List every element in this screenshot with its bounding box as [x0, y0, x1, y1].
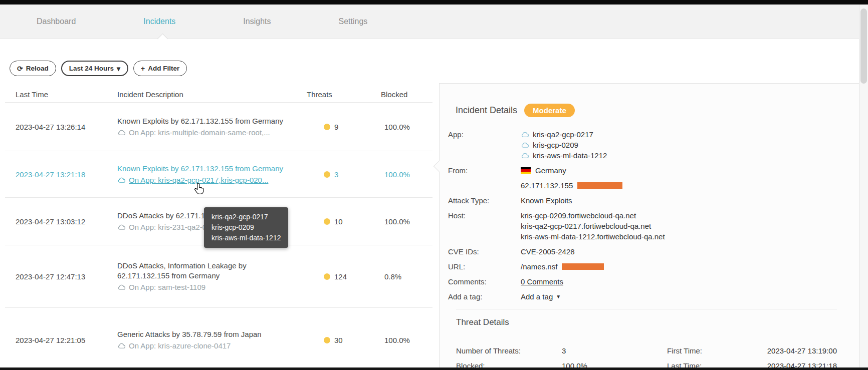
blocked-percent: 100.0% [381, 336, 432, 344]
incident-description: Known Exploits by 62.171.132.155 from Ge… [117, 116, 307, 138]
add-tag-label: Add a tag [521, 291, 553, 302]
threats-cell: 10 [307, 217, 381, 226]
field-label-comments: Comments: [448, 276, 521, 287]
field-label-attack-type: Attack Type: [448, 195, 521, 206]
incident-app-text: On App: kris-231-qa2-0... [129, 222, 213, 232]
incident-app-text: On App: kris-azure-clone-0417 [129, 341, 231, 351]
plus-icon: + [141, 65, 145, 72]
flag-germany-icon [521, 167, 531, 174]
table-row[interactable]: 2023-04-27 13:26:14 Known Exploits by 62… [5, 103, 432, 151]
field-source-ip: 62.171.132.155 [448, 180, 837, 191]
tab-insights[interactable]: Insights [243, 17, 271, 26]
cloud-icon [521, 132, 529, 138]
dropdown-caret-icon: ▼ [556, 291, 561, 302]
details-fields: App: kris-qa2-gcp-0217 kris-gcp-0209 kri… [440, 129, 859, 302]
attack-type-value: Known Exploits [521, 195, 572, 206]
incident-time: 2023-04-27 12:21:05 [5, 336, 117, 344]
threats-cell: 124 [307, 272, 381, 281]
section-divider [456, 309, 837, 309]
cloud-icon [117, 343, 126, 349]
incident-app-link[interactable]: On App: kris-azure-clone-0417 [117, 341, 295, 351]
field-comments: Comments: 0 Comments [448, 276, 837, 287]
scrollbar-thumb[interactable] [860, 9, 867, 84]
field-label-app: App: [448, 129, 521, 161]
field-label-empty [448, 180, 521, 191]
threat-dot [324, 273, 330, 280]
incidents-table-header: Last Time Incident Description Threats B… [5, 86, 432, 103]
incident-description-text: Generic Attacks by 35.78.79.59 from Japa… [117, 329, 295, 339]
source-ip: 62.171.132.155 [521, 181, 573, 190]
field-url: URL: /names.nsf [448, 261, 837, 272]
app-item[interactable]: kris-qa2-gcp-0217 [521, 129, 607, 140]
value-first-time: 2023-04-27 13:19:00 [702, 345, 837, 356]
bottom-chrome-bar [0, 367, 868, 370]
threat-count: 124 [334, 272, 347, 281]
reload-button[interactable]: ⟳ Reload [10, 61, 56, 76]
blocked-percent: 100.0% [381, 217, 432, 226]
add-filter-label: Add Filter [148, 65, 179, 72]
table-row[interactable]: 2023-04-27 12:47:13 DDoS Attacks, Inform… [5, 245, 432, 308]
url-value: /names.nsf [521, 262, 557, 271]
incident-app-text: On App: kris-multiple-domain-same-root,.… [129, 128, 270, 138]
time-range-dropdown[interactable]: Last 24 Hours ▾ [61, 61, 128, 76]
field-label-host: Host: [448, 210, 521, 242]
threats-cell: 30 [307, 336, 381, 344]
threats-cell: 3 [307, 170, 381, 179]
incident-time: 2023-04-27 13:21:18 [5, 170, 117, 179]
reload-icon: ⟳ [17, 65, 23, 72]
table-row-selected[interactable]: 2023-04-27 13:21:18 Known Exploits by 62… [5, 151, 432, 198]
tab-dashboard[interactable]: Dashboard [37, 17, 76, 26]
threat-dot [324, 171, 330, 178]
comments-link[interactable]: 0 Comments [521, 277, 563, 286]
incident-description: DDoS Attacks, Information Leakage by 62.… [117, 261, 307, 292]
tooltip-app-name: kris-aws-ml-data-1212 [211, 233, 281, 243]
incident-time: 2023-04-27 13:26:14 [5, 123, 117, 131]
incident-app-link[interactable]: On App: kris-multiple-domain-same-root,.… [117, 128, 295, 138]
tab-incidents[interactable]: Incidents [143, 17, 175, 26]
field-cve-ids: CVE IDs: CVE-2005-2428 [448, 246, 837, 257]
cloud-icon [117, 224, 126, 230]
threat-dot [324, 124, 330, 130]
field-attack-type: Attack Type: Known Exploits [448, 195, 837, 206]
cloud-icon [117, 284, 126, 290]
threat-count: 30 [334, 336, 343, 344]
incident-description: Generic Attacks by 35.78.79.59 from Japa… [117, 329, 307, 351]
add-filter-button[interactable]: + Add Filter [133, 61, 187, 76]
cve-id-value: CVE-2005-2428 [521, 246, 575, 257]
app-item[interactable]: kris-aws-ml-data-1212 [521, 150, 607, 161]
details-header: Incident Details Moderate [456, 104, 859, 117]
tooltip-app-name: kris-qa2-gcp-0217 [211, 212, 281, 222]
top-chrome-bar [0, 0, 868, 5]
host-name: kris-gcp-0209.fortiwebcloud-qa.net [521, 210, 665, 221]
column-header-last-time: Last Time [5, 90, 117, 99]
incident-app-text: On App: sam-test-1109 [129, 282, 205, 292]
incident-app-link[interactable]: On App: sam-test-1109 [117, 282, 295, 292]
blocked-percent: 100.0% [381, 123, 432, 131]
severity-badge: Moderate [524, 104, 575, 117]
cloud-icon [117, 130, 126, 136]
threats-cell: 9 [307, 123, 381, 131]
incident-app-link[interactable]: On App: kris-qa2-gcp-0217,kris-gcp-020..… [117, 175, 295, 185]
threat-dot [324, 337, 330, 343]
field-add-tag: Add a tag: Add a tag ▼ [448, 291, 837, 302]
field-host: Host: kris-gcp-0209.fortiwebcloud-qa.net… [448, 210, 837, 242]
tab-settings[interactable]: Settings [338, 17, 367, 26]
value-number-of-threats: 3 [562, 345, 667, 356]
table-row[interactable]: 2023-04-27 12:21:05 Generic Attacks by 3… [5, 308, 432, 370]
app-item[interactable]: kris-gcp-0209 [521, 140, 607, 150]
blocked-percent: 0.8% [381, 272, 432, 281]
app-window: Dashboard Incidents Insights Settings ⟳ … [0, 0, 868, 370]
label-first-time: First Time: [667, 345, 702, 356]
reload-label: Reload [26, 65, 49, 72]
threat-count: 10 [334, 217, 343, 226]
redaction-bar [577, 182, 622, 189]
incident-time: 2023-04-27 12:47:13 [5, 272, 117, 281]
scrollbar-track[interactable] [859, 5, 868, 367]
field-label-url: URL: [448, 261, 521, 272]
threat-count: 9 [334, 123, 338, 131]
app-name: kris-aws-ml-data-1212 [533, 150, 607, 161]
time-range-label: Last 24 Hours [69, 65, 114, 72]
from-country: Germany [535, 165, 566, 176]
add-tag-dropdown[interactable]: Add a tag ▼ [521, 291, 561, 302]
field-label-add-tag: Add a tag: [448, 291, 521, 302]
